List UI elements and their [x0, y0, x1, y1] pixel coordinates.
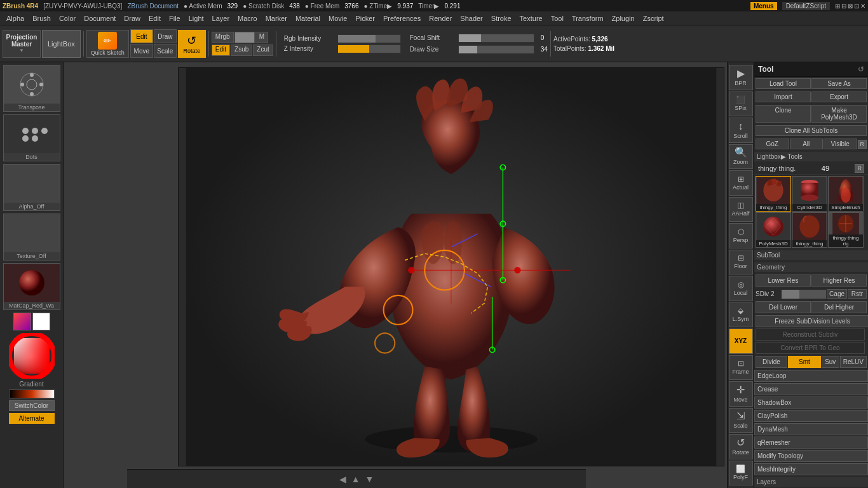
sdiv-slider[interactable] — [782, 290, 826, 299]
background-color-swatch[interactable] — [32, 313, 50, 330]
quick-sketch-button[interactable]: ✏ Quick Sketch — [86, 30, 129, 58]
icon4[interactable]: ⊡ — [854, 3, 859, 10]
edit-mode-button[interactable]: Edit — [212, 44, 230, 56]
zsub-button[interactable]: Zsub — [231, 44, 252, 56]
thumb-thingy-thing2[interactable]: thingy_thing — [792, 212, 827, 248]
foreground-color-swatch[interactable] — [13, 313, 31, 330]
menu-movie[interactable]: Movie — [325, 13, 351, 24]
clone-all-button[interactable]: Clone All SubTools — [756, 125, 867, 136]
focal-shift-slider[interactable] — [458, 34, 534, 43]
layers-section[interactable]: Layers — [754, 477, 868, 487]
projection-master-button[interactable]: Projection Master ▼ — [3, 30, 41, 58]
thumb-thingy-rig[interactable]: thingy thing rig — [828, 212, 864, 248]
load-tool-button[interactable]: Load Tool — [756, 78, 811, 89]
alternate-button[interactable]: Alternate — [9, 413, 55, 424]
menu-edit[interactable]: Edit — [145, 13, 165, 24]
bottom-arrow-down[interactable]: ▼ — [365, 474, 374, 484]
del-higher-button[interactable]: Del Higher — [811, 301, 867, 313]
menu-alpha[interactable]: Alpha — [3, 13, 28, 24]
lower-res-button[interactable]: Lower Res — [756, 274, 811, 287]
menu-shader[interactable]: Shader — [456, 13, 486, 24]
icon3[interactable]: ⊠ — [848, 3, 853, 10]
bpr-button[interactable]: ▶ BPR — [729, 65, 753, 90]
save-as-button[interactable]: Save As — [811, 78, 867, 89]
draw-size-slider[interactable] — [458, 45, 534, 54]
matcap-item[interactable]: MatCap_Red_Wa — [3, 263, 60, 310]
qremesher-button[interactable]: qRemesher — [754, 437, 868, 449]
frame-button[interactable]: ⊡ Frame — [729, 355, 753, 381]
menu-macro[interactable]: Macro — [234, 13, 261, 24]
thumb-thingy-thing[interactable]: thingy_thing — [756, 176, 791, 212]
local-button[interactable]: ◎ Local — [729, 276, 753, 301]
menu-render[interactable]: Render — [425, 13, 456, 24]
r-badge[interactable]: R — [858, 140, 867, 149]
default-zscript[interactable]: DefaultZScript — [782, 2, 830, 10]
move-button[interactable]: Move — [130, 44, 153, 58]
claypolish-button[interactable]: ClayPolish — [754, 410, 868, 422]
canvas-inner[interactable] — [178, 67, 724, 466]
polyf-button[interactable]: ⬜ PolyF — [729, 461, 753, 486]
bottom-arrow-left[interactable]: ◀ — [339, 474, 346, 484]
scale-rt-button[interactable]: ⇲ Scale — [729, 408, 753, 433]
menu-brush[interactable]: Brush — [29, 13, 55, 24]
icon2[interactable]: ⊟ — [841, 3, 846, 10]
make-polymesh-button[interactable]: Make PolyMesh3D — [811, 105, 867, 123]
smt-button[interactable]: Smt — [788, 356, 821, 368]
icon1[interactable]: ⊞ — [835, 3, 840, 10]
suv-button[interactable]: Suv — [822, 356, 839, 368]
meshintegrity-button[interactable]: MeshIntegrity — [754, 463, 868, 475]
modify-topology-button[interactable]: Modify Topology — [754, 450, 868, 462]
bottom-arrow-up[interactable]: ▲ — [351, 474, 360, 484]
scroll-button[interactable]: ↕ Scroll — [729, 118, 753, 143]
tool-refresh-icon[interactable]: ↺ — [858, 65, 864, 74]
menu-picker[interactable]: Picker — [351, 13, 379, 24]
menu-layer[interactable]: Layer — [208, 13, 234, 24]
goz-button[interactable]: GoZ — [756, 139, 789, 149]
divide-button[interactable]: Divide — [756, 356, 787, 368]
menu-document[interactable]: Document — [80, 13, 119, 24]
icon5[interactable]: ✕ — [860, 3, 865, 10]
clone-button[interactable]: Clone — [756, 105, 811, 123]
thumb-simplebrush[interactable]: SimpleBrush — [828, 176, 864, 212]
color-picker[interactable] — [9, 333, 55, 379]
all-button[interactable]: All — [790, 139, 824, 149]
crease-button[interactable]: Crease — [754, 383, 868, 395]
menu-zplugin[interactable]: Zplugin — [608, 13, 639, 24]
gradient-bar[interactable] — [9, 390, 55, 398]
menu-stroke[interactable]: Stroke — [487, 13, 515, 24]
spix-button[interactable]: ⬛ SPix — [729, 92, 753, 117]
convert-bpr-button[interactable]: Convert BPR To Geo — [756, 342, 865, 354]
menu-preferences[interactable]: Preferences — [379, 13, 424, 24]
draw-button[interactable]: Draw — [154, 29, 177, 43]
dynamesh-button[interactable]: DynaMesh — [754, 423, 868, 435]
alpha-off-item[interactable]: Alpha_Off — [3, 164, 60, 211]
cage-button[interactable]: Cage — [827, 289, 847, 299]
menu-material[interactable]: Material — [292, 13, 324, 24]
z-intensity-slider[interactable] — [337, 44, 401, 53]
menu-light[interactable]: Light — [185, 13, 208, 24]
transpose-item[interactable]: Transpose — [3, 65, 60, 112]
geometry-section[interactable]: Geometry — [754, 262, 868, 272]
import-button[interactable]: Import — [756, 92, 811, 102]
rgb-fill-button[interactable] — [234, 32, 255, 43]
freeze-subdivision-button[interactable]: Freeze SubDivision Levels — [756, 315, 868, 327]
visible-button[interactable]: Visible — [824, 139, 857, 149]
menu-file[interactable]: File — [165, 13, 184, 24]
zcut-button[interactable]: Zcut — [253, 44, 273, 56]
texture-off-item[interactable]: Texture_Off — [3, 214, 60, 261]
xyz-button[interactable]: XYZ — [729, 329, 753, 354]
menu-tool[interactable]: Tool — [547, 13, 567, 24]
menus-button[interactable]: Menus — [750, 2, 777, 10]
edit-button[interactable]: Edit — [130, 29, 153, 43]
thumb-cylinder[interactable]: Cylinder3D — [792, 176, 827, 212]
menu-color[interactable]: Color — [55, 13, 79, 24]
menu-draw[interactable]: Draw — [120, 13, 144, 24]
floor-button[interactable]: ⊟ Floor — [729, 250, 753, 275]
m-button[interactable]: M — [255, 32, 268, 43]
persp-button[interactable]: ⬡ Persp — [729, 223, 753, 248]
rotate-button[interactable]: ↺ Rotate — [178, 30, 206, 58]
edgeloop-button[interactable]: EdgeLoop — [754, 370, 868, 382]
menu-zscript[interactable]: Zscript — [639, 13, 668, 24]
subtool-section[interactable]: SubTool — [754, 250, 868, 260]
thumb-polymesh[interactable]: PolyMesh3D — [756, 212, 791, 248]
